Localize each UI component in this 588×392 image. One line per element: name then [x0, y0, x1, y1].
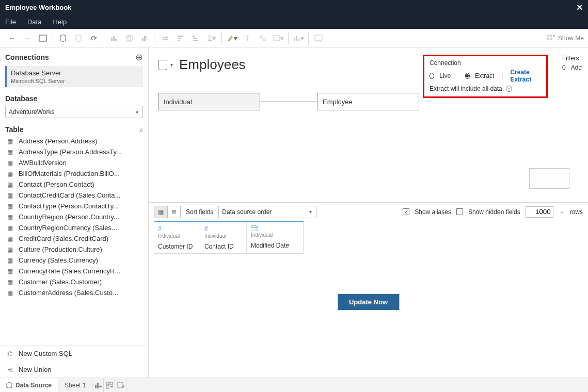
table-icon: ▦	[7, 289, 14, 297]
filters-panel: Filters 0 Add	[562, 55, 582, 71]
bottom-tabs: Data Source Sheet 1 + + +	[0, 378, 588, 392]
join-line[interactable]	[260, 102, 317, 102]
show-hidden-checkbox[interactable]	[456, 208, 463, 215]
new-worksheet-tab-icon[interactable]: +	[92, 378, 104, 392]
connection-label: Connection	[430, 59, 541, 67]
connection-panel: Connection Live Extract | Create Extract…	[423, 55, 548, 98]
datasource-title[interactable]: Employees	[179, 57, 246, 73]
table-pill-individual[interactable]: Individual	[158, 93, 260, 110]
column-header[interactable]: Individual Modified Date	[247, 222, 304, 253]
totals-icon: Σ▾	[204, 31, 219, 45]
svg-rect-14	[193, 38, 197, 39]
sidebar: Connections ⊕ Database Server Microsoft …	[0, 47, 149, 378]
pause-data-icon	[71, 31, 86, 45]
table-icon: ▦	[7, 279, 14, 286]
table-item[interactable]: ▦ContactType (Person.ContactTy...	[0, 201, 148, 211]
table-item[interactable]: ▦CreditCard (Sales.CreditCard)	[0, 233, 148, 244]
datasource-icon	[158, 60, 167, 70]
number-type-icon: #	[158, 225, 196, 232]
column-header[interactable]: # Individual Customer ID	[154, 222, 200, 253]
sort-asc-icon	[173, 31, 188, 45]
number-type-icon: #	[204, 225, 242, 232]
table-item[interactable]: ▦CurrencyRate (Sales.CurrencyR...	[0, 266, 148, 276]
svg-rect-36	[97, 383, 99, 388]
svg-rect-38	[106, 382, 109, 385]
show-hidden-label: Show hidden fields	[468, 208, 520, 216]
table-item[interactable]: ▦CountryRegionCurrency (Sales....	[0, 222, 148, 233]
add-connection-icon[interactable]: ⊕	[135, 52, 143, 63]
connection-name: Database Server	[11, 69, 139, 77]
table-item[interactable]: ▦Customer (Sales.Customer)	[0, 276, 148, 287]
clear-icon	[137, 31, 153, 45]
table-item[interactable]: ▦CustomerAddress (Sales.Custo...	[0, 287, 148, 298]
svg-text:+: +	[65, 38, 67, 42]
filters-label: Filters	[562, 55, 582, 62]
table-icon: ▦	[7, 159, 14, 167]
connection-item[interactable]: Database Server Microsoft SQL Server	[5, 66, 143, 87]
menu-file[interactable]: File	[5, 18, 16, 26]
minimap-box	[529, 168, 569, 189]
sort-desc-icon	[188, 31, 204, 45]
highlight-icon[interactable]: ▾	[224, 31, 240, 45]
table-item[interactable]: ▦AddressType (Person.AddressTy...	[0, 146, 148, 157]
table-item[interactable]: ▦AWBuildVersion	[0, 157, 148, 168]
svg-rect-40	[106, 386, 109, 388]
svg-rect-4	[115, 39, 117, 41]
table-item[interactable]: ▦Currency (Sales.Currency)	[0, 255, 148, 266]
rows-input[interactable]	[526, 206, 553, 218]
table-item[interactable]: ▦Culture (Production.Culture)	[0, 244, 148, 255]
table-item[interactable]: ▦Contact (Person.Contact)	[0, 179, 148, 190]
table-pill-employee[interactable]: Employee	[317, 93, 419, 110]
svg-rect-22	[298, 39, 299, 41]
new-data-icon[interactable]: +	[55, 31, 71, 45]
live-radio[interactable]	[430, 73, 434, 79]
title-bar: Employee Workbook ✕	[0, 0, 588, 14]
extract-label: Extract	[475, 72, 494, 79]
info-icon[interactable]: i	[506, 86, 512, 92]
rows-arrow-icon[interactable]: →	[559, 208, 565, 216]
grid-view-icon[interactable]: ▦	[154, 206, 167, 218]
presentation-icon	[311, 31, 326, 45]
new-union[interactable]: ⩤New Union	[0, 362, 148, 378]
create-extract-link[interactable]: Create Extract	[510, 69, 541, 83]
show-me-button[interactable]: Show Me	[547, 35, 584, 42]
back-icon[interactable]: ←	[4, 31, 20, 45]
tab-data-source[interactable]: Data Source	[0, 378, 58, 392]
database-select[interactable]: AdventureWorks	[5, 106, 143, 118]
search-icon[interactable]: ⌕	[139, 126, 143, 133]
svg-rect-16	[260, 36, 262, 38]
group-icon	[255, 31, 271, 45]
column-header[interactable]: # Individual Contact ID	[200, 222, 247, 253]
menu-data[interactable]: Data	[27, 18, 41, 26]
save-icon[interactable]	[35, 31, 51, 45]
filters-add[interactable]: Add	[571, 64, 582, 71]
table-item[interactable]: ▦ContactCreditCard (Sales.Conta...	[0, 190, 148, 201]
tab-sheet1[interactable]: Sheet 1	[58, 378, 92, 392]
table-item[interactable]: ▦Address (Person.Address)	[0, 136, 148, 146]
show-me-icon	[547, 35, 555, 42]
table-icon: ▦	[7, 214, 14, 221]
refresh-icon[interactable]: ⟳	[86, 31, 102, 45]
svg-text:+: +	[99, 384, 102, 389]
new-custom-sql[interactable]: ⌬New Custom SQL	[0, 346, 148, 362]
table-item[interactable]: ▦BillOfMaterials (Production.BillO...	[0, 168, 148, 179]
update-now-button[interactable]: Update Now	[338, 294, 399, 310]
table-icon: ▦	[7, 149, 14, 156]
menu-help[interactable]: Help	[53, 18, 67, 26]
window-title: Employee Workbook	[5, 4, 71, 11]
new-dashboard-tab-icon[interactable]: +	[104, 378, 115, 392]
svg-line-9	[146, 36, 148, 41]
extract-radio[interactable]	[465, 73, 470, 79]
sort-select[interactable]: Data source order	[218, 206, 316, 218]
show-aliases-checkbox[interactable]: ✓	[403, 208, 409, 215]
table-item[interactable]: ▦CountryRegion (Person.Country...	[0, 211, 148, 222]
close-icon[interactable]: ✕	[576, 3, 583, 12]
new-story-tab-icon[interactable]: +	[115, 378, 126, 392]
menu-bar: File Data Help	[0, 14, 588, 29]
svg-rect-2	[111, 38, 113, 41]
svg-rect-31	[251, 226, 257, 231]
svg-rect-0	[39, 35, 46, 41]
datasource-caret-icon[interactable]: ▾	[170, 62, 173, 68]
list-view-icon[interactable]: ≣	[167, 206, 181, 218]
svg-rect-8	[144, 36, 146, 41]
